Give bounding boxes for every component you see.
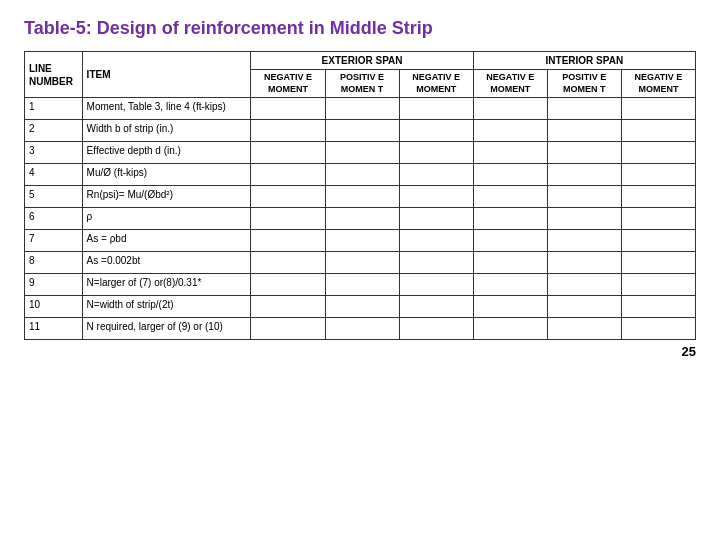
row-data-cell bbox=[325, 274, 399, 296]
row-data-cell bbox=[473, 230, 547, 252]
table-row: 2Width b of strip (in.) bbox=[25, 120, 696, 142]
table-row: 5Rn(psi)= Mu/(Øbd²) bbox=[25, 186, 696, 208]
row-data-cell bbox=[399, 142, 473, 164]
row-item: As =0.002bt bbox=[82, 252, 251, 274]
row-data-cell bbox=[399, 252, 473, 274]
row-data-cell bbox=[325, 230, 399, 252]
row-data-cell bbox=[621, 142, 695, 164]
row-data-cell bbox=[473, 318, 547, 340]
row-data-cell bbox=[399, 208, 473, 230]
row-data-cell bbox=[325, 208, 399, 230]
row-item: Mu/Ø (ft-kips) bbox=[82, 164, 251, 186]
row-data-cell bbox=[473, 142, 547, 164]
row-data-cell bbox=[473, 274, 547, 296]
row-data-cell bbox=[621, 296, 695, 318]
row-data-cell bbox=[399, 120, 473, 142]
row-data-cell bbox=[473, 120, 547, 142]
row-data-cell bbox=[251, 230, 325, 252]
row-data-cell bbox=[325, 186, 399, 208]
table-row: 1Moment, Table 3, line 4 (ft-kips) bbox=[25, 98, 696, 120]
row-number: 11 bbox=[25, 318, 83, 340]
row-data-cell bbox=[251, 318, 325, 340]
row-data-cell bbox=[473, 252, 547, 274]
exterior-span-header: EXTERIOR SPAN bbox=[251, 52, 473, 70]
row-data-cell bbox=[473, 98, 547, 120]
row-item: Rn(psi)= Mu/(Øbd²) bbox=[82, 186, 251, 208]
page: Table-5: Design of reinforcement in Midd… bbox=[0, 0, 720, 540]
row-data-cell bbox=[473, 208, 547, 230]
subheader-neg-int2: NEGATIV E MOMENT bbox=[621, 70, 695, 98]
row-number: 8 bbox=[25, 252, 83, 274]
row-data-cell bbox=[399, 296, 473, 318]
row-data-cell bbox=[547, 186, 621, 208]
page-number: 25 bbox=[24, 344, 696, 359]
row-data-cell bbox=[547, 208, 621, 230]
design-table: LINE NUMBER ITEM EXTERIOR SPAN INTERIOR … bbox=[24, 51, 696, 340]
row-data-cell bbox=[399, 98, 473, 120]
table-row: 10N=width of strip/(2t) bbox=[25, 296, 696, 318]
row-item: N=larger of (7) or(8)/0.31* bbox=[82, 274, 251, 296]
subheader-neg-ext: NEGATIV E MOMENT bbox=[251, 70, 325, 98]
row-data-cell bbox=[325, 142, 399, 164]
row-number: 9 bbox=[25, 274, 83, 296]
row-data-cell bbox=[547, 274, 621, 296]
table-row: 9N=larger of (7) or(8)/0.31* bbox=[25, 274, 696, 296]
row-data-cell bbox=[251, 296, 325, 318]
page-title: Table-5: Design of reinforcement in Midd… bbox=[24, 18, 696, 39]
row-data-cell bbox=[399, 230, 473, 252]
row-data-cell bbox=[621, 318, 695, 340]
subheader-neg-ext2: NEGATIV E MOMENT bbox=[399, 70, 473, 98]
row-data-cell bbox=[547, 164, 621, 186]
row-item: Moment, Table 3, line 4 (ft-kips) bbox=[82, 98, 251, 120]
subheader-neg-int: NEGATIV E MOMENT bbox=[473, 70, 547, 98]
row-data-cell bbox=[547, 296, 621, 318]
row-item: N required, larger of (9) or (10) bbox=[82, 318, 251, 340]
row-data-cell bbox=[621, 164, 695, 186]
row-data-cell bbox=[547, 318, 621, 340]
row-data-cell bbox=[399, 274, 473, 296]
row-data-cell bbox=[325, 98, 399, 120]
row-data-cell bbox=[251, 186, 325, 208]
row-data-cell bbox=[325, 296, 399, 318]
table-row: 11N required, larger of (9) or (10) bbox=[25, 318, 696, 340]
row-number: 10 bbox=[25, 296, 83, 318]
row-data-cell bbox=[621, 120, 695, 142]
row-data-cell bbox=[251, 252, 325, 274]
row-number: 6 bbox=[25, 208, 83, 230]
row-data-cell bbox=[251, 164, 325, 186]
row-data-cell bbox=[251, 208, 325, 230]
row-data-cell bbox=[399, 318, 473, 340]
row-data-cell bbox=[473, 296, 547, 318]
row-data-cell bbox=[621, 274, 695, 296]
col-header-item: ITEM bbox=[82, 52, 251, 98]
row-data-cell bbox=[621, 98, 695, 120]
row-data-cell bbox=[547, 252, 621, 274]
row-data-cell bbox=[251, 274, 325, 296]
table-row: 8As =0.002bt bbox=[25, 252, 696, 274]
row-number: 7 bbox=[25, 230, 83, 252]
row-item: Width b of strip (in.) bbox=[82, 120, 251, 142]
row-data-cell bbox=[547, 120, 621, 142]
row-number: 5 bbox=[25, 186, 83, 208]
row-number: 2 bbox=[25, 120, 83, 142]
table-row: 7As = ρbd bbox=[25, 230, 696, 252]
row-item: N=width of strip/(2t) bbox=[82, 296, 251, 318]
row-data-cell bbox=[621, 252, 695, 274]
row-data-cell bbox=[399, 186, 473, 208]
row-data-cell bbox=[325, 120, 399, 142]
row-data-cell bbox=[547, 98, 621, 120]
table-row: 3Effective depth d (in.) bbox=[25, 142, 696, 164]
row-number: 3 bbox=[25, 142, 83, 164]
row-data-cell bbox=[251, 142, 325, 164]
row-item: As = ρbd bbox=[82, 230, 251, 252]
row-data-cell bbox=[621, 208, 695, 230]
table-row: 6ρ bbox=[25, 208, 696, 230]
row-data-cell bbox=[251, 98, 325, 120]
subheader-pos-int: POSITIV E MOMEN T bbox=[547, 70, 621, 98]
row-data-cell bbox=[399, 164, 473, 186]
col-header-line: LINE NUMBER bbox=[25, 52, 83, 98]
row-data-cell bbox=[621, 230, 695, 252]
row-data-cell bbox=[325, 164, 399, 186]
row-item: Effective depth d (in.) bbox=[82, 142, 251, 164]
row-data-cell bbox=[473, 186, 547, 208]
